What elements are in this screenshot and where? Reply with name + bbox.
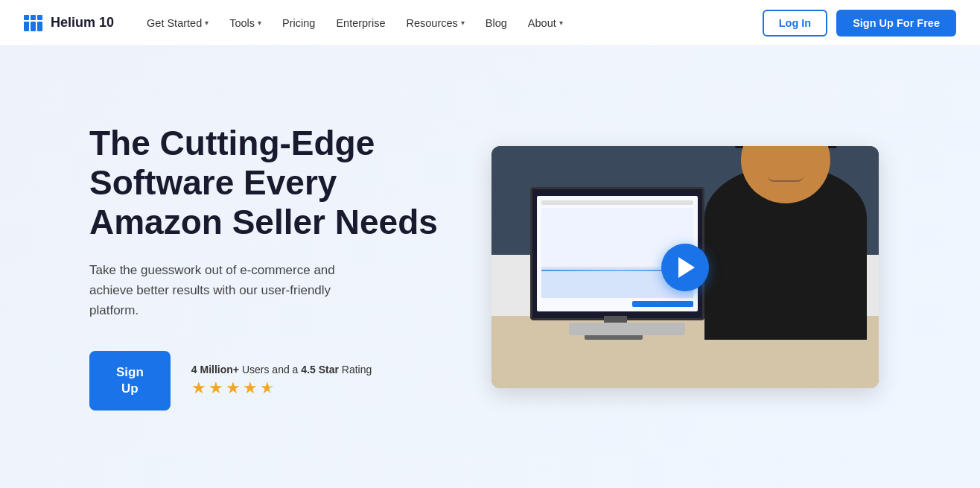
hero-title: The Cutting-Edge Software Every Amazon S… bbox=[89, 124, 447, 242]
hero-video[interactable] bbox=[491, 146, 879, 388]
play-icon bbox=[678, 257, 695, 278]
nav-item-get-started[interactable]: Get Started ▾ bbox=[138, 11, 217, 35]
svg-rect-5 bbox=[37, 22, 42, 31]
person bbox=[704, 165, 867, 340]
nav-item-about[interactable]: About ▾ bbox=[519, 11, 572, 35]
star-5-half: ★ bbox=[260, 378, 275, 398]
hero-cta-row: Sign Up 4 Million+ Users and a 4.5 Star … bbox=[89, 351, 447, 411]
star-rating: ★ ★ ★ ★ ★ bbox=[191, 378, 372, 398]
svg-rect-0 bbox=[24, 15, 29, 20]
chevron-down-icon: ▾ bbox=[461, 19, 465, 27]
svg-rect-2 bbox=[37, 15, 42, 20]
svg-rect-4 bbox=[31, 22, 36, 31]
chevron-down-icon: ▾ bbox=[559, 19, 563, 27]
person-head bbox=[741, 146, 830, 203]
nav-item-enterprise[interactable]: Enterprise bbox=[327, 11, 394, 35]
hero-rating: 4 Million+ Users and a 4.5 Star Rating ★… bbox=[191, 364, 372, 398]
nav-links: Get Started ▾ Tools ▾ Pricing Enterprise… bbox=[138, 11, 763, 35]
logo[interactable]: Helium 10 bbox=[24, 15, 114, 31]
navbar: Helium 10 Get Started ▾ Tools ▾ Pricing … bbox=[0, 0, 980, 46]
chevron-down-icon: ▾ bbox=[205, 19, 209, 27]
hero-content: The Cutting-Edge Software Every Amazon S… bbox=[89, 124, 447, 410]
logo-text: Helium 10 bbox=[51, 15, 114, 31]
svg-rect-1 bbox=[31, 15, 36, 20]
login-button[interactable]: Log In bbox=[763, 10, 828, 37]
star-2: ★ bbox=[209, 378, 223, 398]
monitor-bar-1 bbox=[541, 200, 694, 205]
nav-actions: Log In Sign Up For Free bbox=[763, 10, 956, 37]
person-body bbox=[704, 165, 867, 340]
play-button[interactable] bbox=[661, 244, 709, 291]
hero-section: The Cutting-Edge Software Every Amazon S… bbox=[0, 46, 980, 488]
nav-item-blog[interactable]: Blog bbox=[477, 11, 516, 35]
logo-icon bbox=[24, 15, 45, 31]
hero-subtitle: Take the guesswork out of e-commerce and… bbox=[89, 260, 357, 321]
hero-signup-button[interactable]: Sign Up bbox=[89, 351, 171, 411]
star-4: ★ bbox=[243, 378, 258, 398]
hero-rating-text: 4 Million+ Users and a 4.5 Star Rating bbox=[191, 364, 372, 375]
keyboard bbox=[569, 323, 685, 335]
chevron-down-icon: ▾ bbox=[258, 19, 261, 27]
svg-rect-3 bbox=[24, 22, 29, 31]
nav-item-pricing[interactable]: Pricing bbox=[273, 11, 324, 35]
monitor-cta-btn bbox=[632, 301, 693, 307]
nav-item-resources[interactable]: Resources ▾ bbox=[397, 11, 473, 35]
star-1: ★ bbox=[191, 378, 206, 398]
signup-button[interactable]: Sign Up For Free bbox=[836, 10, 956, 37]
nav-item-tools[interactable]: Tools ▾ bbox=[220, 11, 270, 35]
star-3: ★ bbox=[226, 378, 241, 398]
